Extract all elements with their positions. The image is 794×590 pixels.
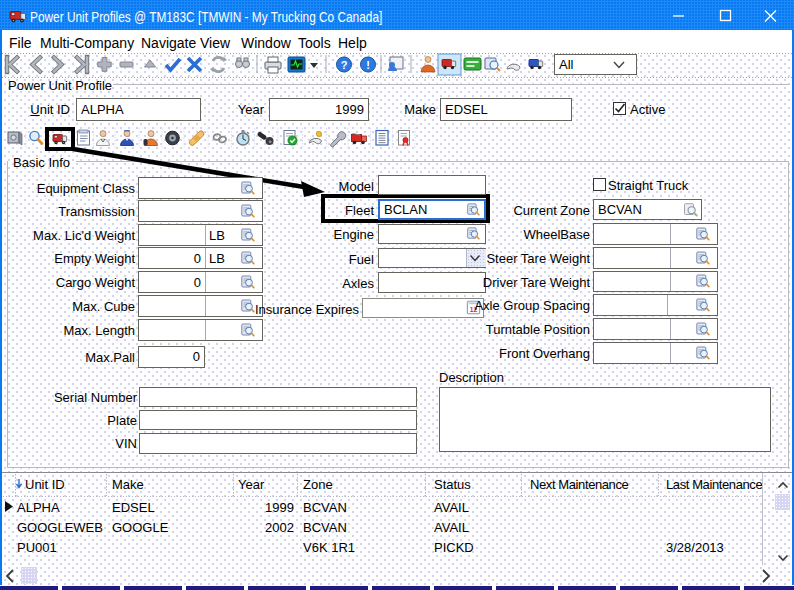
svg-text:!: ! xyxy=(366,59,370,71)
svg-text:?: ? xyxy=(341,59,348,71)
